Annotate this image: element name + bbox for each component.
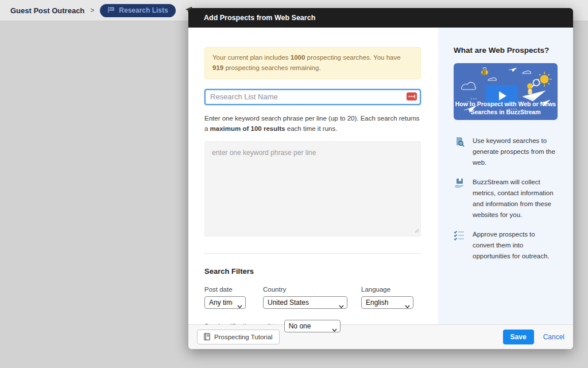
searches-remaining-count: 919	[212, 64, 223, 71]
notice-text: prospecting searches remaining.	[223, 64, 320, 71]
modal-title: Add Prospects from Web Search	[188, 8, 573, 28]
help-text-bold: maximum of 100 results	[210, 125, 285, 132]
post-date-label: Post date	[204, 286, 246, 293]
country-select[interactable]: United States	[263, 296, 347, 309]
language-select[interactable]: English	[361, 296, 413, 309]
keyword-help-text: Enter one keyword search phrase per line…	[204, 113, 421, 134]
breadcrumb-separator: >	[90, 6, 94, 14]
add-prospects-modal: Add Prospects from Web Search Your curre…	[188, 8, 573, 349]
notification-email-select[interactable]: No one	[284, 320, 341, 332]
video-caption-line2: Searches in BuzzStream	[454, 108, 558, 116]
video-caption: How to Prospect with Web or News Searche…	[454, 100, 558, 116]
breadcrumb-research-lists-pill[interactable]: Research Lists	[100, 4, 175, 17]
plan-total-searches: 1000	[291, 54, 305, 61]
section-divider	[204, 253, 421, 254]
language-label: Language	[361, 286, 413, 293]
search-filters-heading: Search Filters	[204, 267, 421, 276]
breadcrumb-root[interactable]: Guest Post Outreach	[10, 6, 84, 15]
flag-icon	[107, 6, 115, 15]
notice-text: prospecting searches. You have	[305, 54, 400, 61]
plan-usage-notice: Your current plan includes 1000 prospect…	[204, 47, 421, 79]
collect-info-icon	[454, 177, 465, 220]
notice-text: Your current plan includes	[212, 54, 291, 61]
checklist-icon	[454, 229, 465, 262]
list-item-text: Approve prospects to convert them into o…	[473, 229, 558, 262]
post-date-select[interactable]: Any time	[204, 296, 246, 309]
modal-main-pane: Your current plan includes 1000 prospect…	[188, 28, 438, 324]
tutorial-video-thumbnail[interactable]: How to Prospect with Web or News Searche…	[454, 63, 558, 120]
prospecting-tutorial-button[interactable]: Prospecting Tutorial	[197, 330, 280, 344]
modal-info-sidebar: What are Web Prospects?	[438, 28, 573, 324]
keyword-phrases-textarea[interactable]	[204, 141, 421, 237]
list-item-text: Use keyword searches to generate prospec…	[473, 135, 558, 168]
research-list-name-input[interactable]	[204, 89, 421, 105]
modal-footer: Prospecting Tutorial Save Cancel	[188, 324, 573, 349]
video-caption-line1: How to Prospect with Web or News	[454, 100, 558, 108]
prospecting-tutorial-label: Prospecting Tutorial	[214, 334, 273, 340]
document-search-icon	[454, 135, 465, 168]
sidebar-heading: What are Web Prospects?	[454, 46, 558, 55]
book-icon	[204, 333, 210, 342]
list-item: Use keyword searches to generate prospec…	[454, 135, 558, 168]
help-text: each time it runs.	[285, 125, 338, 132]
list-item: Approve prospects to convert them into o…	[454, 229, 558, 262]
list-item: BuzzStream will collect metrics, contact…	[454, 177, 558, 220]
cancel-link[interactable]: Cancel	[543, 333, 564, 341]
list-item-text: BuzzStream will collect metrics, contact…	[473, 177, 558, 220]
breadcrumb-current-label: Research Lists	[119, 6, 168, 14]
save-button[interactable]: Save	[503, 330, 534, 344]
country-label: Country	[263, 286, 347, 293]
text-snippet-icon[interactable]	[407, 92, 417, 100]
